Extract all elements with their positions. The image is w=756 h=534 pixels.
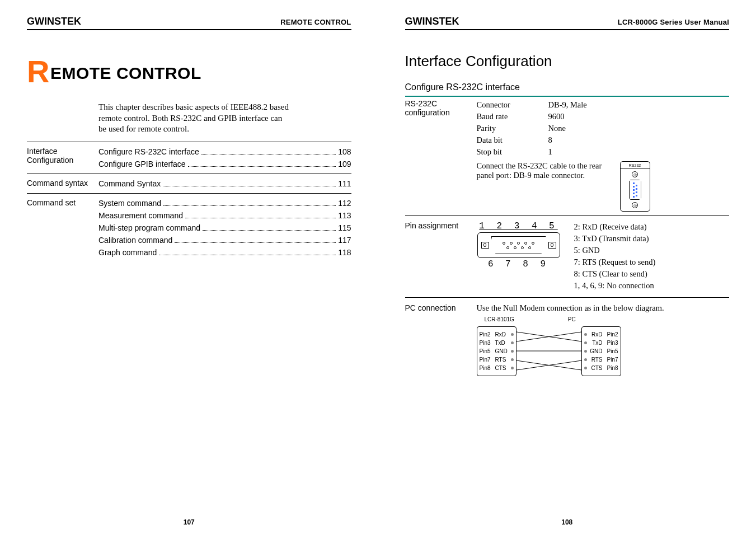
toc: Interface Configuration Configure RS-232… xyxy=(27,142,351,262)
toc-item[interactable]: Multi-step program command115 xyxy=(98,222,351,234)
page-number: 107 xyxy=(0,518,378,526)
chapter-rest: EMOTE CONTROL xyxy=(50,64,201,82)
nm-row: Pin5GND xyxy=(480,347,514,355)
pin-item: 3: TxD (Transmit data) xyxy=(574,233,656,245)
page-left: GWINSTEK REMOTE CONTROL REMOTE CONTROL T… xyxy=(0,0,378,534)
pin-item: 5: GND xyxy=(574,245,656,256)
toc-section-label: Command set xyxy=(27,197,98,259)
brand-text: GWINSTEK xyxy=(27,16,81,27)
null-modem-diagram: LCR-8101G PC Pin2RxD Pin3TxD Pin5GND Pin… xyxy=(477,316,730,377)
pin-item: 7: RTS (Request to send) xyxy=(574,256,656,268)
toc-item[interactable]: Calibration command117 xyxy=(98,234,351,246)
pin-item: 8: CTS (Clear to send) xyxy=(574,268,656,280)
chapter-title: REMOTE CONTROL xyxy=(27,64,351,83)
pin-item: 2: RxD (Receive data) xyxy=(574,221,656,233)
nm-left-title: LCR-8101G xyxy=(485,316,514,322)
toc-section-label: Interface Configuration xyxy=(27,146,98,170)
nm-row: RxDPin2 xyxy=(584,330,618,339)
toc-item[interactable]: Configure GPIB interface 109 xyxy=(98,158,351,170)
pin-list: 2: RxD (Receive data) 3: TxD (Transmit d… xyxy=(574,221,656,292)
toc-item[interactable]: Measurement command113 xyxy=(98,209,351,222)
header-title: LCR-8000G Series User Manual xyxy=(618,18,729,26)
toc-section: Command set System command112 Measuremen… xyxy=(27,193,351,262)
toc-item[interactable]: System command112 xyxy=(98,197,351,209)
toc-item[interactable]: Command Syntax 111 xyxy=(98,177,351,190)
toc-section-label: Command syntax xyxy=(27,177,98,190)
pin-item: 1, 4, 6, 9: No connection xyxy=(574,280,656,292)
nm-row: CTSPin8 xyxy=(584,364,618,372)
config-label: RS-232C configuration xyxy=(405,99,477,212)
nm-wires xyxy=(516,325,581,377)
pin-block: Pin assignment 1 2 3 4 5 O O 6 7 8 9 xyxy=(405,216,730,297)
page-number: 108 xyxy=(378,518,757,526)
header: GWINSTEK REMOTE CONTROL xyxy=(27,16,351,30)
pc-connection-block: PC connection Use the Null Modem connect… xyxy=(405,298,730,383)
header: GWINSTEK LCR-8000G Series User Manual xyxy=(405,16,730,30)
section-heading: Interface Configuration xyxy=(405,53,730,70)
nm-row: Pin8CTS xyxy=(480,364,514,372)
spec-row: Stop bit1 xyxy=(477,146,730,158)
toc-section: Command syntax Command Syntax 111 xyxy=(27,174,351,193)
brand-logo: GWINSTEK xyxy=(405,16,459,27)
spec-row: Baud rate9600 xyxy=(477,111,730,123)
nm-right-title: PC xyxy=(568,316,576,322)
page-right: GWINSTEK LCR-8000G Series User Manual In… xyxy=(378,0,757,534)
spec-row: Data bit8 xyxy=(477,134,730,146)
toc-section: Interface Configuration Configure RS-232… xyxy=(27,142,351,174)
nm-row: RTSPin7 xyxy=(584,355,618,364)
nm-row: Pin3TxD xyxy=(480,339,514,347)
nm-row: GNDPin5 xyxy=(584,347,618,355)
pin-label: Pin assignment xyxy=(405,221,477,292)
header-title: REMOTE CONTROL xyxy=(280,18,351,26)
pc-label: PC connection xyxy=(405,303,477,377)
nm-right-box: RxDPin2 TxDPin3 GNDPin5 RTSPin7 CTSPin8 xyxy=(581,326,621,376)
brand-logo: GWINSTEK xyxy=(27,16,81,27)
connect-note: Connect the RS-232C cable to the rear pa… xyxy=(477,161,611,212)
nm-row: TxDPin3 xyxy=(584,339,618,347)
spec-row: ConnectorDB-9, Male xyxy=(477,99,730,111)
toc-item[interactable]: Graph command118 xyxy=(98,246,351,259)
toc-item[interactable]: Configure RS-232C interface 108 xyxy=(98,146,351,158)
nm-left-box: Pin2RxD Pin3TxD Pin5GND Pin7RTS Pin8CTS xyxy=(477,326,516,376)
spec-row: ParityNone xyxy=(477,123,730,134)
chapter-intro: This chapter describes basic aspects of … xyxy=(98,102,289,135)
config-block: RS-232C configuration ConnectorDB-9, Mal… xyxy=(405,97,730,215)
nm-row: Pin7RTS xyxy=(480,355,514,364)
brand-text: GWINSTEK xyxy=(405,16,459,27)
subsection-heading: Configure RS-232C interface xyxy=(405,82,730,92)
nm-row: Pin2RxD xyxy=(480,330,514,339)
pc-note: Use the Null Modem connection as in the … xyxy=(477,303,730,313)
rear-port-icon: RS232 ◎ ◎ xyxy=(620,161,650,212)
db9-connector-icon: 1 2 3 4 5 O O 6 7 8 9 xyxy=(477,221,561,269)
